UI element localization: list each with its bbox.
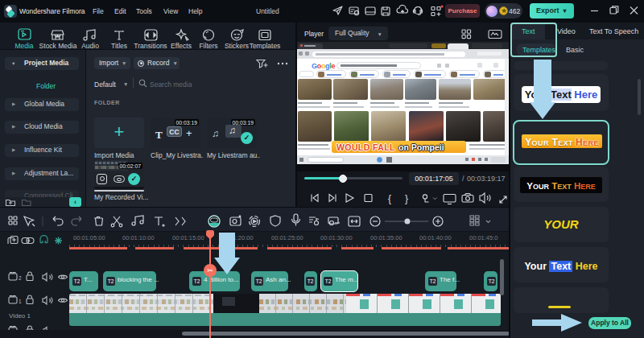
svg-text:{: { <box>388 193 391 204</box>
svg-text:}: } <box>405 193 408 204</box>
svg-text:Video 1: Video 1 <box>9 312 31 319</box>
svg-text:1: 1 <box>19 299 22 304</box>
